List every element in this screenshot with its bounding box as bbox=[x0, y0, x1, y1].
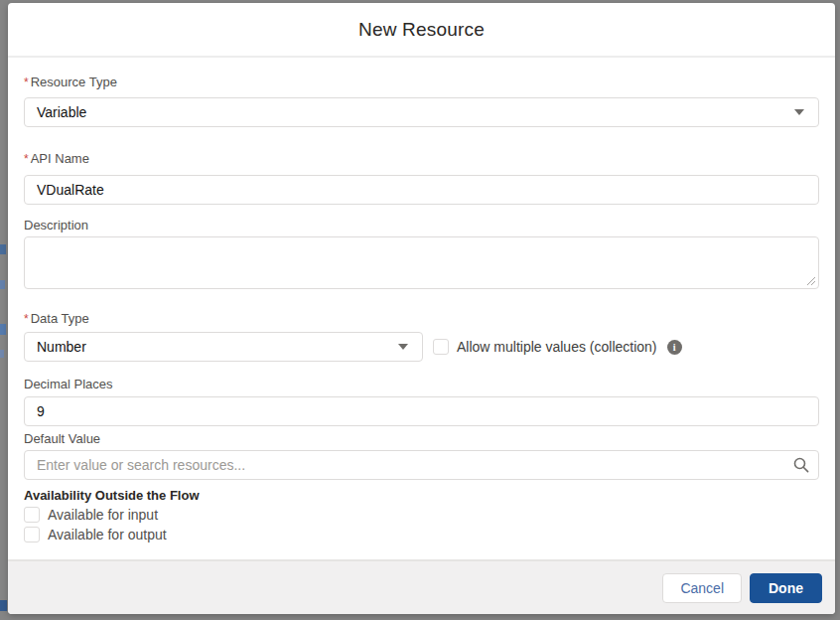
backdrop-artifact bbox=[0, 350, 4, 358]
api-name-label: *API Name bbox=[24, 151, 819, 167]
decimal-places-label-text: Decimal Places bbox=[24, 377, 113, 391]
available-for-input-checkbox[interactable] bbox=[24, 507, 40, 523]
required-asterisk: * bbox=[24, 152, 29, 166]
resize-grip-icon[interactable] bbox=[805, 275, 815, 285]
modal-footer: Cancel Done bbox=[8, 559, 835, 614]
new-resource-modal: New Resource *Resource Type Variable *AP… bbox=[8, 3, 835, 614]
info-icon[interactable]: i bbox=[667, 340, 682, 355]
backdrop-artifact bbox=[0, 280, 5, 289]
resource-type-label-text: Resource Type bbox=[31, 75, 117, 89]
api-name-label-text: API Name bbox=[31, 151, 89, 166]
allow-multiple-values-label: Allow multiple values (collection) bbox=[457, 339, 657, 355]
resource-type-label: *Resource Type bbox=[24, 75, 819, 90]
description-textarea-wrap bbox=[24, 236, 819, 289]
modal-body: *Resource Type Variable *API Name Descri… bbox=[8, 58, 835, 559]
backdrop-artifact bbox=[0, 324, 6, 335]
description-textarea[interactable] bbox=[24, 236, 819, 289]
available-for-output-checkbox[interactable] bbox=[24, 527, 40, 542]
resource-type-group: *Resource Type Variable bbox=[24, 75, 819, 127]
resource-type-value: Variable bbox=[37, 104, 86, 120]
available-for-input-label: Available for input bbox=[48, 507, 158, 523]
data-type-label-text: Data Type bbox=[31, 311, 89, 326]
default-value-input[interactable] bbox=[24, 450, 819, 480]
default-value-label-text: Default Value bbox=[24, 431, 100, 446]
search-icon[interactable] bbox=[793, 457, 809, 473]
available-for-output-label: Available for output bbox=[48, 527, 167, 542]
done-button[interactable]: Done bbox=[750, 573, 822, 603]
available-for-output-option: Available for output bbox=[24, 527, 819, 542]
modal-header: New Resource bbox=[8, 3, 835, 58]
backdrop-artifact bbox=[0, 244, 6, 254]
chevron-down-icon bbox=[794, 109, 804, 115]
availability-section: Availability Outside the Flow Available … bbox=[24, 488, 819, 542]
cancel-button[interactable]: Cancel bbox=[662, 573, 742, 603]
required-asterisk: * bbox=[24, 76, 29, 89]
backdrop-artifact bbox=[0, 600, 7, 611]
description-label-text: Description bbox=[24, 218, 88, 232]
decimal-places-input[interactable] bbox=[24, 396, 819, 426]
api-name-input[interactable] bbox=[24, 175, 819, 205]
chevron-down-icon bbox=[398, 344, 408, 350]
availability-heading: Availability Outside the Flow bbox=[24, 488, 819, 503]
default-value-wrap bbox=[24, 450, 819, 480]
modal-title: New Resource bbox=[358, 19, 485, 41]
decimal-places-label: Decimal Places bbox=[24, 377, 819, 391]
required-asterisk: * bbox=[24, 312, 29, 326]
description-label: Description bbox=[24, 218, 819, 232]
allow-multiple-values-checkbox[interactable] bbox=[433, 339, 449, 355]
description-group: Description bbox=[24, 218, 819, 289]
data-type-combobox[interactable]: Number bbox=[24, 332, 423, 362]
available-for-input-option: Available for input bbox=[24, 507, 819, 523]
data-type-label: *Data Type bbox=[24, 311, 819, 327]
default-value-group: Default Value bbox=[24, 431, 819, 480]
data-type-value: Number bbox=[37, 339, 86, 355]
data-type-group: *Data Type Number Allow multiple values … bbox=[24, 311, 819, 362]
decimal-places-group: Decimal Places bbox=[24, 377, 819, 426]
api-name-group: *API Name bbox=[24, 151, 819, 205]
default-value-label: Default Value bbox=[24, 431, 819, 446]
resource-type-combobox[interactable]: Variable bbox=[24, 97, 819, 127]
data-type-row: Number Allow multiple values (collection… bbox=[24, 332, 819, 362]
